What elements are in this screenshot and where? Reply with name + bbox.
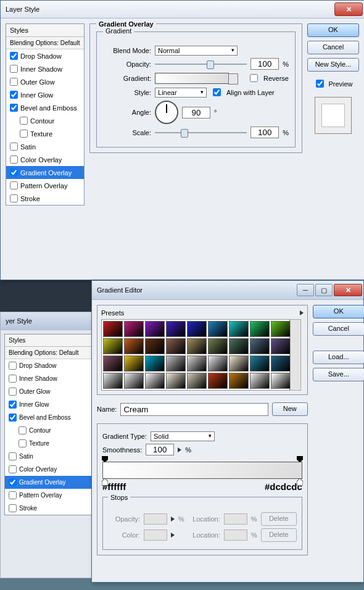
style-item-inner-shadow[interactable]: Inner Shadow — [6, 62, 84, 75]
gradient-bar[interactable] — [102, 462, 302, 479]
style-item-gradient-overlay[interactable]: Gradient Overlay — [6, 166, 84, 179]
style-item-drop-shadow[interactable]: Drop Shadow — [6, 49, 84, 62]
style-item-inner-glow[interactable]: Inner Glow — [6, 88, 84, 101]
blending-options[interactable]: Blending Options: Default — [5, 347, 94, 359]
style-checkbox[interactable] — [9, 491, 17, 499]
style-item-pattern-overlay[interactable]: Pattern Overlay — [5, 489, 94, 502]
style-item-texture[interactable]: Texture — [6, 127, 84, 140]
cancel-button[interactable]: Cancel — [307, 41, 359, 54]
preset-swatch[interactable] — [145, 321, 165, 337]
preset-swatch[interactable] — [145, 338, 165, 354]
new-style-button[interactable]: New Style... — [307, 58, 359, 72]
save-button[interactable]: Save... — [313, 368, 364, 381]
presets-scrollbar[interactable] — [290, 319, 301, 391]
blend-mode-select[interactable]: Normal — [155, 46, 238, 56]
style-item-pattern-overlay[interactable]: Pattern Overlay — [6, 179, 84, 192]
styles-header[interactable]: Styles — [5, 334, 94, 347]
angle-input[interactable] — [182, 107, 210, 118]
angle-dial[interactable] — [155, 101, 178, 124]
load-button[interactable]: Load... — [313, 351, 364, 364]
preset-swatch[interactable] — [124, 355, 144, 372]
minimize-button[interactable]: ─ — [297, 284, 314, 296]
preset-swatch[interactable] — [208, 321, 228, 337]
preset-swatch[interactable] — [250, 373, 270, 389]
style-item-outer-glow[interactable]: Outer Glow — [6, 75, 84, 88]
style-item-satin[interactable]: Satin — [5, 450, 94, 463]
style-item-stroke[interactable]: Stroke — [6, 192, 84, 205]
gradient-swatch[interactable] — [155, 73, 229, 84]
style-checkbox[interactable] — [10, 65, 18, 73]
preset-swatch[interactable] — [124, 338, 144, 354]
style-item-satin[interactable]: Satin — [6, 140, 84, 153]
style-item-outer-glow[interactable]: Outer Glow — [5, 385, 94, 398]
preset-swatch[interactable] — [271, 355, 291, 372]
name-input[interactable] — [120, 403, 268, 416]
preset-swatch[interactable] — [166, 321, 186, 337]
titlebar[interactable]: Layer Style ✕ — [1, 1, 364, 19]
style-item-inner-glow[interactable]: Inner Glow — [5, 398, 94, 411]
presets-menu-icon[interactable] — [300, 310, 304, 315]
style-checkbox[interactable] — [10, 91, 18, 99]
style-item-stroke[interactable]: Stroke — [5, 502, 94, 515]
ok-button[interactable]: OK — [313, 305, 364, 318]
opacity-input[interactable] — [250, 58, 279, 70]
align-checkbox[interactable] — [213, 88, 221, 96]
preset-swatch[interactable] — [187, 321, 207, 337]
preset-swatch[interactable] — [271, 338, 291, 354]
style-checkbox[interactable] — [9, 375, 17, 383]
maximize-button[interactable]: ▢ — [315, 284, 333, 296]
preset-swatch[interactable] — [103, 373, 123, 389]
style-checkbox[interactable] — [9, 413, 17, 422]
preset-swatch[interactable] — [187, 355, 207, 372]
style-checkbox[interactable] — [9, 401, 17, 409]
reverse-checkbox[interactable] — [250, 74, 258, 82]
style-checkbox[interactable] — [20, 117, 28, 125]
style-item-bevel-and-emboss[interactable]: Bevel and Emboss — [5, 411, 94, 424]
preset-swatch[interactable] — [271, 373, 291, 389]
style-checkbox[interactable] — [19, 439, 27, 447]
style-checkbox[interactable] — [9, 478, 17, 486]
preset-swatch[interactable] — [145, 355, 165, 372]
style-checkbox[interactable] — [9, 362, 17, 370]
preset-swatch[interactable] — [103, 355, 123, 372]
style-item-drop-shadow[interactable]: Drop Shadow — [5, 359, 94, 372]
preset-swatch[interactable] — [166, 338, 186, 354]
style-checkbox[interactable] — [19, 426, 27, 434]
style-checkbox[interactable] — [10, 181, 18, 189]
preset-swatch[interactable] — [208, 355, 228, 372]
preset-swatch[interactable] — [229, 355, 249, 372]
preset-swatch[interactable] — [208, 373, 228, 389]
style-item-color-overlay[interactable]: Color Overlay — [6, 153, 84, 166]
styles-header[interactable]: Styles — [6, 24, 84, 37]
preset-swatch[interactable] — [208, 338, 228, 354]
style-item-color-overlay[interactable]: Color Overlay — [5, 463, 94, 476]
smoothness-stepper-icon[interactable] — [178, 447, 181, 452]
preset-swatch[interactable] — [271, 321, 291, 337]
preset-swatch[interactable] — [103, 338, 123, 354]
style-item-texture[interactable]: Texture — [5, 437, 94, 450]
preset-swatch[interactable] — [166, 373, 186, 389]
scale-input[interactable] — [250, 127, 279, 138]
style-checkbox[interactable] — [10, 143, 18, 151]
style-item-contour[interactable]: Contour — [5, 424, 94, 437]
preset-swatch[interactable] — [187, 338, 207, 354]
style-item-inner-shadow[interactable]: Inner Shadow — [5, 372, 94, 385]
preset-swatch[interactable] — [229, 373, 249, 389]
blending-options[interactable]: Blending Options: Default — [6, 37, 84, 49]
preset-swatch[interactable] — [229, 338, 249, 354]
preset-swatch[interactable] — [250, 355, 270, 372]
titlebar[interactable]: Gradient Editor ─ ▢ ✕ — [92, 281, 363, 300]
opacity-stop-left[interactable] — [102, 456, 108, 462]
style-checkbox[interactable] — [9, 452, 17, 460]
preset-swatch[interactable] — [250, 338, 270, 354]
color-stop-right[interactable] — [297, 478, 303, 486]
scale-slider[interactable] — [155, 127, 247, 138]
opacity-slider[interactable] — [155, 59, 247, 70]
style-checkbox[interactable] — [10, 168, 18, 177]
cancel-button[interactable]: Cancel — [313, 322, 364, 336]
gradient-type-select[interactable]: Solid — [151, 431, 215, 441]
smoothness-input[interactable] — [146, 444, 174, 455]
new-button[interactable]: New — [272, 402, 308, 416]
style-checkbox[interactable] — [20, 130, 28, 138]
style-checkbox[interactable] — [10, 104, 18, 112]
